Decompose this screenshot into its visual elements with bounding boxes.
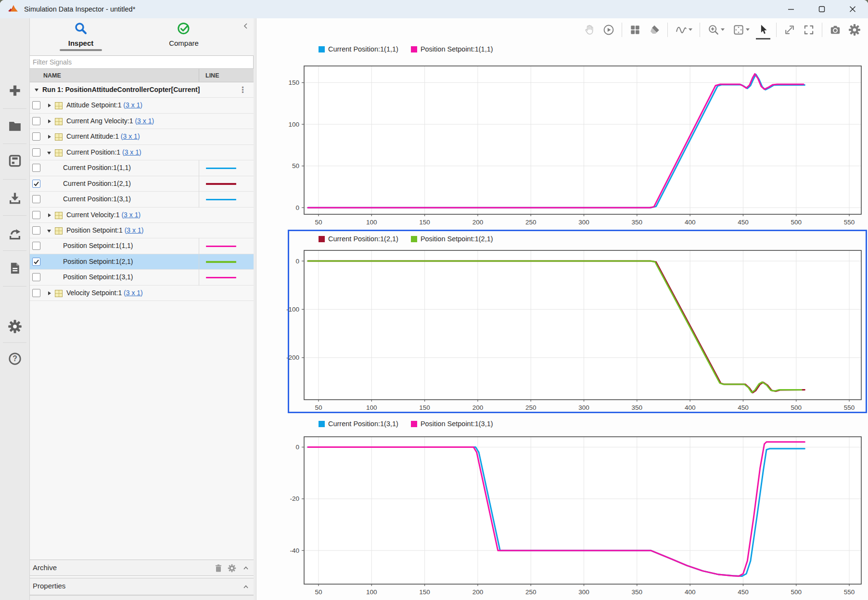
- collapse-group-icon[interactable]: [47, 230, 51, 233]
- expand-group-icon[interactable]: [48, 135, 51, 139]
- signal-checkbox[interactable]: [32, 148, 40, 157]
- legend-item[interactable]: Position Setpoint:1(3,1): [411, 420, 493, 428]
- signal-checkbox[interactable]: [32, 242, 40, 250]
- layout-grid-button[interactable]: [628, 22, 642, 38]
- subplot-2[interactable]: 0-100-2005010015020025030035040045050055…: [276, 246, 868, 417]
- legend-item[interactable]: Current Position:1(1,1): [319, 45, 398, 53]
- legend-item[interactable]: Position Setpoint:1(2,1): [411, 235, 493, 243]
- signal-label: Position Setpoint:1(1,1): [63, 242, 133, 249]
- signal-group-row[interactable]: Current Position:1 (3 x 1): [30, 145, 254, 160]
- signal-trace-button[interactable]: [674, 22, 694, 38]
- fit-view-button[interactable]: [731, 22, 751, 38]
- export-button[interactable]: [5, 224, 25, 243]
- save-button[interactable]: [5, 151, 25, 170]
- expand-group-icon[interactable]: [48, 213, 51, 217]
- signal-row[interactable]: Current Position:1(3,1): [30, 192, 254, 207]
- x-tick-label: 50: [315, 404, 322, 411]
- dims-link[interactable]: 3 x 1: [137, 117, 152, 125]
- dims-link[interactable]: 3 x 1: [125, 148, 139, 156]
- line-style-cell[interactable]: [199, 176, 254, 192]
- signal-group-row[interactable]: Velocity Setpoint:1 (3 x 1): [30, 286, 254, 301]
- zoom-in-button[interactable]: [706, 22, 726, 38]
- signal-group-label: Current Attitude:1 (3 x 1): [66, 132, 140, 140]
- archive-bar[interactable]: Archive: [30, 560, 254, 576]
- filter-signals-input[interactable]: [30, 56, 253, 68]
- x-tick-label: 100: [366, 219, 377, 226]
- signal-checkbox[interactable]: [32, 289, 40, 297]
- plot-legend: Current Position:1(3,1)Position Setpoint…: [319, 420, 493, 428]
- legend-item[interactable]: Position Setpoint:1(1,1): [411, 45, 493, 53]
- expand-group-icon[interactable]: [48, 119, 51, 123]
- preferences-button[interactable]: [5, 317, 25, 336]
- maximize-button[interactable]: [806, 0, 837, 18]
- signal-row[interactable]: Position Setpoint:1(3,1): [30, 270, 254, 285]
- dropdown-caret-icon[interactable]: [746, 28, 750, 31]
- add-button[interactable]: [5, 81, 25, 100]
- signal-checkbox[interactable]: [32, 101, 40, 109]
- archive-settings-gear-icon[interactable]: [228, 564, 236, 573]
- signal-checkbox[interactable]: [32, 258, 40, 266]
- create-report-button[interactable]: [5, 259, 25, 278]
- run-menu-button[interactable]: ⋮: [239, 85, 247, 95]
- collapse-panel-icon[interactable]: [242, 22, 250, 30]
- signal-checkbox[interactable]: [32, 195, 40, 203]
- line-style-cell[interactable]: [199, 270, 254, 285]
- line-style-cell[interactable]: [199, 254, 254, 270]
- subplot-1[interactable]: 0501001505010015020025030035040045050055…: [276, 61, 868, 232]
- help-button[interactable]: ?: [5, 349, 25, 368]
- signal-group-row[interactable]: Current Velocity:1 (3 x 1): [30, 208, 254, 223]
- signal-row[interactable]: Current Position:1(2,1): [30, 176, 254, 192]
- replay-button[interactable]: [601, 22, 616, 38]
- x-tick-label: 450: [738, 404, 749, 411]
- dims-link[interactable]: 3 x 1: [126, 289, 140, 297]
- expand-button[interactable]: [782, 22, 797, 38]
- properties-collapse-icon[interactable]: [243, 584, 249, 590]
- line-style-cell[interactable]: [199, 238, 254, 254]
- run-row[interactable]: Run 1: PositionAttitudeControllerCopter[…: [30, 82, 254, 98]
- dims-link[interactable]: 3 x 1: [124, 211, 138, 219]
- signal-group-row[interactable]: Position Setpoint:1 (3 x 1): [30, 223, 254, 238]
- expand-group-icon[interactable]: [48, 291, 51, 295]
- subplot-3[interactable]: 0-20-4050100150200250300350400450500550: [276, 432, 868, 600]
- trash-icon[interactable]: [214, 564, 223, 573]
- line-style-cell[interactable]: [199, 160, 254, 176]
- signal-row[interactable]: Position Setpoint:1(1,1): [30, 238, 254, 254]
- gear-button[interactable]: [847, 22, 862, 38]
- signal-checkbox[interactable]: [32, 226, 40, 235]
- properties-bar[interactable]: Properties: [30, 578, 254, 595]
- signal-checkbox[interactable]: [32, 180, 40, 188]
- legend-item[interactable]: Current Position:1(3,1): [319, 420, 398, 428]
- signal-row[interactable]: Position Setpoint:1(2,1): [30, 254, 254, 270]
- dims-link[interactable]: 3 x 1: [127, 226, 141, 234]
- signal-checkbox[interactable]: [32, 117, 40, 125]
- dims-link[interactable]: 3 x 1: [123, 132, 138, 140]
- archive-collapse-icon[interactable]: [243, 565, 249, 571]
- fullscreen-button[interactable]: [802, 22, 816, 38]
- signal-group-row[interactable]: Current Attitude:1 (3 x 1): [30, 129, 254, 144]
- signal-checkbox[interactable]: [32, 132, 40, 141]
- hand-button[interactable]: [582, 22, 597, 38]
- signal-checkbox[interactable]: [32, 273, 40, 281]
- signal-row[interactable]: Current Position:1(1,1): [30, 160, 254, 176]
- dropdown-caret-icon[interactable]: [689, 28, 692, 31]
- collapse-run-icon[interactable]: [35, 89, 38, 91]
- signal-group-row[interactable]: Current Ang Velocity:1 (3 x 1): [30, 114, 254, 129]
- signal-checkbox[interactable]: [32, 211, 40, 219]
- signal-checkbox[interactable]: [32, 164, 40, 172]
- tab-compare[interactable]: Compare: [148, 21, 220, 47]
- camera-button[interactable]: [828, 22, 842, 38]
- line-style-cell[interactable]: [199, 192, 254, 207]
- cursor-button[interactable]: [756, 22, 770, 38]
- tab-inspect[interactable]: Inspect: [45, 21, 117, 51]
- collapse-group-icon[interactable]: [47, 152, 51, 155]
- legend-item[interactable]: Current Position:1(2,1): [319, 235, 398, 243]
- close-button[interactable]: [837, 0, 868, 18]
- signal-group-row[interactable]: Attitude Setpoint:1 (3 x 1): [30, 98, 254, 113]
- dropdown-caret-icon[interactable]: [721, 28, 725, 31]
- expand-group-icon[interactable]: [48, 104, 51, 107]
- open-folder-button[interactable]: [5, 116, 25, 135]
- dims-link[interactable]: 3 x 1: [126, 101, 140, 109]
- eraser-button[interactable]: [647, 22, 662, 38]
- minimize-button[interactable]: [776, 0, 806, 18]
- import-button[interactable]: [5, 188, 25, 208]
